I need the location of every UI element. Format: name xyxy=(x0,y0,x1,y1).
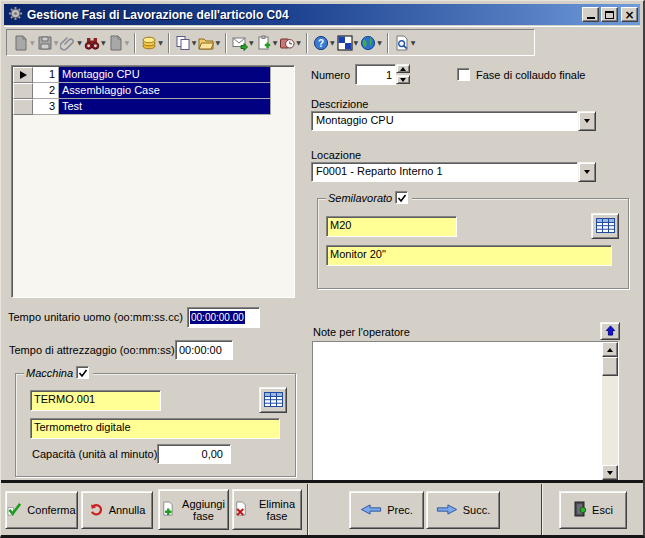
semilavorato-description-field[interactable]: Monitor 20" xyxy=(326,245,612,266)
history-clock-icon xyxy=(279,35,295,51)
semilavorato-lookup-button[interactable] xyxy=(591,213,619,239)
locazione-label: Locazione xyxy=(311,149,361,161)
toolbar-send-mail-button[interactable]: ▼ xyxy=(231,31,255,54)
macchina-description-field[interactable]: Termometro digitale xyxy=(30,418,280,439)
toolbar-copy-button[interactable]: ▼ xyxy=(174,31,198,54)
spinner-up-button[interactable] xyxy=(396,64,410,73)
prec-label: Prec. xyxy=(387,504,413,516)
macchina-legend: Macchina xyxy=(24,366,93,379)
toolbar-separator xyxy=(387,33,389,53)
toolbar-document-button[interactable]: ▼ xyxy=(107,31,131,54)
window-title: Gestione Fasi di Lavorazione dell'artico… xyxy=(27,8,580,22)
title-bar[interactable]: Gestione Fasi di Lavorazione dell'artico… xyxy=(4,4,640,25)
toolbar-coins-button[interactable]: ▼ xyxy=(140,31,164,54)
capacita-input[interactable] xyxy=(157,444,231,464)
toolbar-separator xyxy=(134,33,136,53)
annulla-button[interactable]: Annulla xyxy=(81,491,153,529)
toolbar-clipboard-add-button[interactable]: ▼ xyxy=(255,31,279,54)
print-preview-icon xyxy=(394,35,410,51)
document-icon xyxy=(108,35,124,51)
toolbar-search-binoculars-button[interactable]: ▼ xyxy=(83,31,107,54)
phase-number-cell[interactable]: 2 xyxy=(33,83,59,99)
toolbar-separator xyxy=(306,33,308,53)
toolbar-checkered-flag-button[interactable]: ▼ xyxy=(336,31,360,54)
numero-input[interactable] xyxy=(355,64,396,85)
note-collapse-button[interactable] xyxy=(600,322,620,340)
svg-text:?: ? xyxy=(318,37,324,48)
note-label: Note per l'operatore xyxy=(313,326,410,338)
record-selector[interactable] xyxy=(13,99,33,115)
numero-label: Numero xyxy=(311,69,350,81)
scroll-up-button[interactable] xyxy=(602,342,618,357)
footer-divider xyxy=(1,480,645,483)
phase-name-cell[interactable]: Montaggio CPU xyxy=(59,67,271,83)
table-row[interactable]: 3 Test xyxy=(13,99,294,115)
chevron-down-icon[interactable] xyxy=(578,111,596,131)
help-icon: ? xyxy=(313,35,329,51)
toolbar-new-document-button[interactable]: ▼ xyxy=(12,31,36,54)
tempo-unitario-label: Tempo unitario uomo (oo:mm:ss.cc) xyxy=(8,311,188,323)
toolbar-separator xyxy=(168,33,170,53)
semilavorato-checkbox[interactable] xyxy=(395,191,408,204)
open-folder-icon xyxy=(198,35,214,51)
phase-name-cell[interactable]: Assemblaggio Case xyxy=(59,83,271,99)
conferma-button[interactable]: Conferma xyxy=(5,491,78,529)
coins-icon xyxy=(141,35,157,51)
undo-icon xyxy=(89,502,104,519)
toolbar-attachment-button[interactable]: ▼ xyxy=(59,31,83,54)
phase-number-cell[interactable]: 1 xyxy=(33,67,59,83)
table-row[interactable]: 1 Montaggio CPU xyxy=(13,67,294,83)
record-selector[interactable] xyxy=(13,83,33,99)
prec-button[interactable]: Prec. xyxy=(349,491,424,529)
note-textarea[interactable] xyxy=(313,342,602,480)
delete-phase-icon xyxy=(233,501,248,519)
esci-label: Esci xyxy=(592,504,613,516)
numero-spinner xyxy=(396,64,410,84)
collaudo-checkbox[interactable] xyxy=(457,68,470,81)
close-button[interactable]: × xyxy=(621,7,638,22)
aggiungi-fase-button[interactable]: Aggiungi fase xyxy=(158,489,229,530)
aggiungi-fase-label: Aggiungi fase xyxy=(180,498,228,522)
table-icon xyxy=(596,218,615,235)
maximize-button[interactable] xyxy=(601,7,618,22)
table-row[interactable]: 2 Assemblaggio Case xyxy=(13,83,294,99)
macchina-lookup-button[interactable] xyxy=(259,387,287,413)
exit-door-icon xyxy=(573,501,587,519)
semilavorato-code-field[interactable]: M20 xyxy=(326,216,457,237)
toolbar-open-folder-button[interactable]: ▼ xyxy=(197,31,221,54)
toolbar-globe-button[interactable]: ▼ xyxy=(359,31,383,54)
toolbar-help-button[interactable]: ?▼ xyxy=(312,31,336,54)
scroll-thumb[interactable] xyxy=(602,357,618,376)
phase-number-cell[interactable]: 3 xyxy=(33,99,59,115)
current-record-marker[interactable] xyxy=(13,67,33,83)
spinner-down-button[interactable] xyxy=(396,75,410,84)
toolbar-history-clock-button[interactable]: ▼ xyxy=(278,31,302,54)
scroll-track[interactable] xyxy=(602,376,618,465)
tempo-unitario-field[interactable]: 00:00:00.00 xyxy=(187,307,260,328)
main-toolbar: ▼ ▼ ▼ ▼ ▼ ▼ ▼ ▼ xyxy=(4,26,640,57)
note-scrollbar[interactable] xyxy=(602,342,618,480)
scroll-down-button[interactable] xyxy=(602,465,618,480)
minimize-button[interactable] xyxy=(582,7,599,22)
esci-button[interactable]: Esci xyxy=(559,491,627,529)
toolbar-print-preview-button[interactable]: ▼ xyxy=(393,31,417,54)
gear-icon xyxy=(8,6,23,23)
tempo-attrezzaggio-input[interactable] xyxy=(175,340,233,360)
elimina-fase-button[interactable]: Elimina fase xyxy=(232,489,302,530)
descrizione-label: Descrizione xyxy=(311,98,368,110)
phase-name-cell[interactable]: Test xyxy=(59,99,271,115)
semilavorato-legend: Semilavorato xyxy=(326,191,412,204)
note-editor xyxy=(312,341,619,481)
tempo-unitario-value: 00:00:00.00 xyxy=(190,311,245,324)
phases-grid: 1 Montaggio CPU 2 Assemblaggio Case 3 Te… xyxy=(11,65,295,298)
locazione-combobox[interactable]: F0001 - Reparto Interno 1 xyxy=(311,162,596,182)
macchina-code-field[interactable]: TERMO.001 xyxy=(30,390,161,411)
macchina-checkbox[interactable] xyxy=(76,366,89,379)
chevron-down-icon[interactable] xyxy=(578,162,596,182)
macchina-groupbox: Macchina TERMO.001 Termometro digitale C… xyxy=(15,373,296,477)
footer-separator xyxy=(541,484,542,535)
toolbar-save-document-button[interactable]: ▼ xyxy=(36,31,60,54)
descrizione-combobox[interactable]: Montaggio CPU xyxy=(311,111,596,131)
arrow-left-icon xyxy=(360,502,382,519)
succ-button[interactable]: Succ. xyxy=(426,491,500,529)
